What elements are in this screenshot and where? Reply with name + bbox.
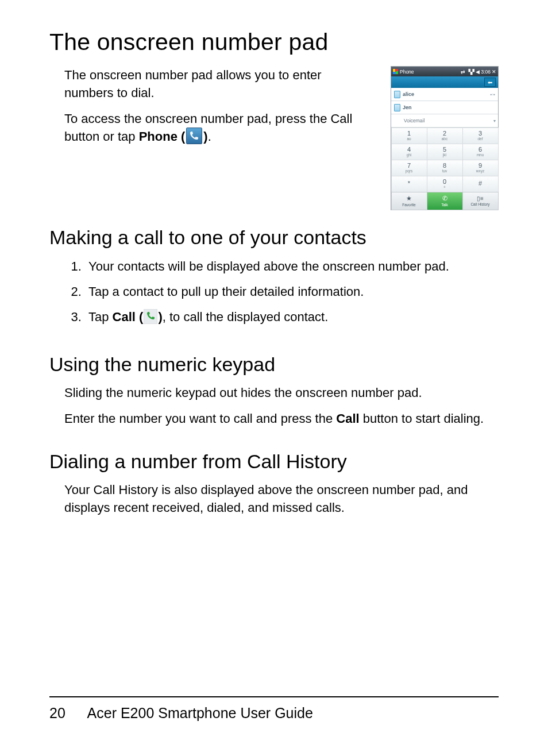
dock: ★Favorite ✆Talk ▯≡Call History <box>391 192 498 210</box>
intro-text-period: . <box>208 129 211 144</box>
signal-icon: ▝▞ <box>466 69 474 75</box>
talk-icon: ✆ <box>442 195 447 202</box>
star-icon: ★ <box>406 195 412 202</box>
page-footer: 20 Acer E200 Smartphone User Guide <box>49 705 313 722</box>
intro-paragraph-2: To access the onscreen number pad, press… <box>64 110 365 145</box>
key-5: 5jkl <box>427 144 463 160</box>
sysbar-time: 3:06 <box>481 69 491 75</box>
contact-row-voicemail: Voicemail ▾ <box>391 114 498 128</box>
key-4: 4ghi <box>391 144 427 160</box>
backspace-icon: ⬅ <box>484 78 496 87</box>
contacts-steps: Your contacts will be displayed above th… <box>68 257 499 327</box>
dialpad: 1ao 2abc 3def 4ghi 5jkl 6mno 7pqrs 8tuv … <box>391 128 498 192</box>
toolbar: ⬅ <box>391 76 498 88</box>
key-hash: # <box>462 176 499 192</box>
contact-name: Jen <box>403 105 412 110</box>
start-icon <box>393 69 398 74</box>
contact-row-alice: alice ▪▫▪ <box>391 88 498 101</box>
step-3-c: , to call the displayed contact. <box>163 310 329 324</box>
talk-button: ✆Talk <box>427 192 463 210</box>
keypad-paragraph-2: Enter the number you want to call and pr… <box>64 410 499 427</box>
history-icon: ▯≡ <box>477 195 484 202</box>
contact-name: Voicemail <box>404 118 424 124</box>
sync-icon: ⇄ <box>461 69 465 75</box>
phone-label-bold: Phone ( <box>139 129 186 144</box>
call-label-close: ) <box>158 310 162 324</box>
page-title: The onscreen number pad <box>49 29 499 56</box>
kp2-bold: Call <box>336 411 359 426</box>
call-icon <box>144 309 157 324</box>
key-1: 1ao <box>391 128 427 144</box>
call-label-bold: Call ( <box>113 310 144 324</box>
chevron-down-icon: ▾ <box>493 118 496 124</box>
close-icon: ✕ <box>492 69 496 75</box>
key-6: 6mno <box>462 144 499 160</box>
key-star: * <box>391 176 427 192</box>
step-3: Tap Call (), to call the displayed conta… <box>85 307 499 327</box>
footer-rule <box>49 696 499 697</box>
manual-page: The onscreen number pad The onscreen num… <box>0 0 548 756</box>
call-chip-icon: ▪▫▪ <box>490 92 495 97</box>
key-8: 8tuv <box>427 160 463 176</box>
step-3-a: Tap <box>88 310 113 324</box>
kp2-a: Enter the number you want to call and pr… <box>64 411 336 426</box>
history-paragraph-1: Your Call History is also displayed abov… <box>64 481 499 516</box>
device-screenshot: Phone ⇄ ▝▞ ◀ 3:06 ✕ ⬅ alice ▪▫▪ <box>391 66 499 210</box>
kp2-b: button to start dialing. <box>360 411 484 426</box>
system-bar: Phone ⇄ ▝▞ ◀ 3:06 ✕ <box>391 67 498 76</box>
section-heading-keypad: Using the numeric keypad <box>49 353 499 376</box>
phone-icon <box>186 128 202 144</box>
contact-name: alice <box>403 91 414 97</box>
phone-label-close: ) <box>203 129 207 144</box>
footer-title: Acer E200 Smartphone User Guide <box>87 705 313 721</box>
contact-row-jen: Jen <box>391 101 498 114</box>
key-7: 7pqrs <box>391 160 427 176</box>
volume-icon: ◀ <box>476 69 480 75</box>
key-9: 9wxyz <box>462 160 499 176</box>
intro-paragraph-1: The onscreen number pad allows you to en… <box>64 66 365 102</box>
section-heading-history: Dialing a number from Call History <box>49 450 499 473</box>
sim-icon <box>394 104 400 111</box>
keypad-paragraph-1: Sliding the numeric keypad out hides the… <box>64 384 499 402</box>
key-3: 3def <box>462 128 499 144</box>
call-history-button: ▯≡Call History <box>462 192 499 210</box>
page-number: 20 <box>49 705 84 722</box>
key-0: 0+ <box>427 176 463 192</box>
favorite-button: ★Favorite <box>391 192 427 210</box>
key-2: 2abc <box>427 128 463 144</box>
sim-icon <box>394 91 400 98</box>
section-heading-contacts: Making a call to one of your contacts <box>49 226 499 249</box>
step-2: Tap a contact to pull up their detailed … <box>85 282 499 302</box>
step-1: Your contacts will be displayed above th… <box>85 257 499 276</box>
sysbar-title: Phone <box>400 69 414 75</box>
